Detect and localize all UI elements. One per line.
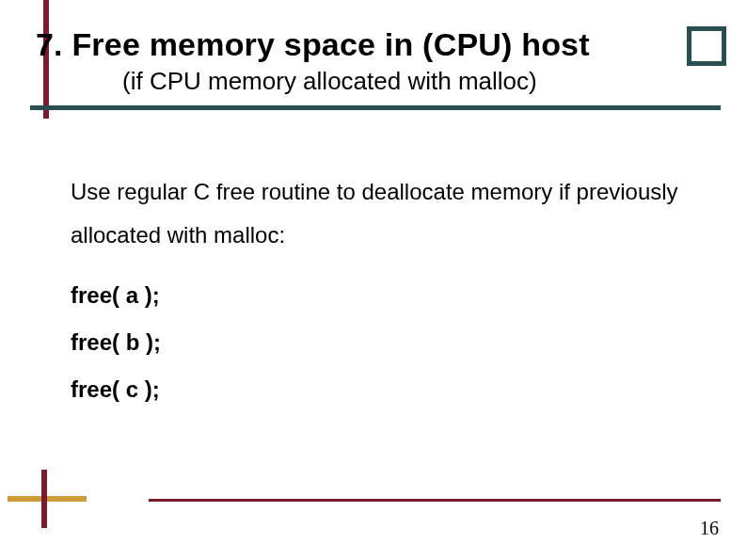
code-line: free( c ); — [0, 376, 747, 403]
slide: 7. Free memory space in (CPU) host (if C… — [0, 0, 747, 560]
header: 7. Free memory space in (CPU) host (if C… — [0, 0, 747, 110]
footer-divider — [149, 499, 721, 502]
code-line: free( b ); — [0, 329, 747, 356]
slide-subtitle: (if CPU memory allocated with malloc) — [0, 67, 747, 96]
slide-title: 7. Free memory space in (CPU) host — [0, 26, 747, 63]
page-number: 16 — [700, 518, 719, 539]
body-paragraph: Use regular C free routine to deallocate… — [0, 170, 747, 256]
accent-horizontal-bottom — [8, 496, 87, 502]
code-line: free( a ); — [0, 282, 747, 309]
accent-vertical-bottom — [41, 470, 47, 528]
header-divider — [30, 105, 721, 110]
